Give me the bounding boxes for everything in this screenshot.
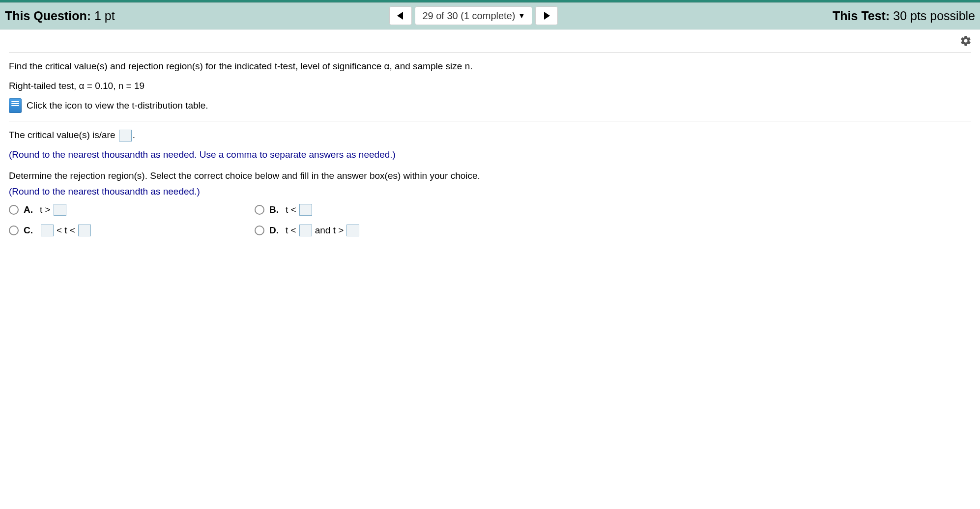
choice-d: D. t < and t > (255, 225, 500, 236)
t-table-link-row: Click the icon to view the t-distributio… (9, 98, 971, 113)
choice-a-text: t > (40, 204, 51, 215)
question-content: Find the critical value(s) and rejection… (0, 52, 980, 244)
choice-b-radio[interactable] (255, 205, 264, 215)
settings-row (0, 29, 980, 52)
problem-statement: Find the critical value(s) and rejection… (9, 52, 971, 121)
choice-c-body: < t < (40, 225, 92, 236)
answer-area: The critical value(s) is/are . (Round to… (9, 121, 971, 244)
critical-value-line: The critical value(s) is/are . (9, 128, 971, 142)
rounding-hint-1: (Round to the nearest thousandth as need… (9, 148, 971, 162)
choice-c-label: C. (24, 225, 33, 236)
chevron-down-icon: ▼ (518, 12, 525, 20)
choice-a-label: A. (24, 204, 33, 215)
next-question-button[interactable] (535, 6, 558, 25)
rounding-hint-2: (Round to the nearest thousandth as need… (9, 185, 971, 198)
choice-b-text: t < (286, 204, 296, 215)
choice-c-input-1[interactable] (41, 225, 54, 236)
choice-c-radio[interactable] (9, 226, 19, 235)
choice-d-radio[interactable] (255, 226, 264, 235)
question-header-bar: This Question: 1 pt 29 of 30 (1 complete… (0, 2, 980, 29)
test-points: This Test: 30 pts possible (833, 9, 975, 23)
problem-line-2: Right-tailed test, α = 0.10, n = 19 (9, 79, 971, 93)
choice-c: C. < t < (9, 225, 255, 236)
critical-value-suffix: . (133, 130, 135, 140)
choice-d-text-2: and t > (315, 225, 344, 236)
gear-icon (960, 35, 972, 47)
prev-question-button[interactable] (389, 6, 412, 25)
choice-a: A. t > (9, 204, 255, 216)
critical-value-prefix: The critical value(s) is/are (9, 130, 118, 140)
choice-b: B. t < (255, 204, 500, 216)
choice-d-body: t < and t > (286, 225, 360, 236)
document-icon[interactable] (9, 98, 22, 113)
question-points-label: This Question: (5, 9, 91, 23)
question-progress-dropdown[interactable]: 29 of 30 (1 complete) ▼ (415, 6, 532, 25)
choice-grid: A. t > B. t < C. < t < (9, 204, 500, 236)
choice-d-input-1[interactable] (299, 225, 312, 236)
choice-a-radio[interactable] (9, 205, 19, 215)
choice-d-text-1: t < (286, 225, 296, 236)
choice-d-label: D. (269, 225, 279, 236)
problem-line-1: Find the critical value(s) and rejection… (9, 59, 971, 73)
question-progress-text: 29 of 30 (1 complete) (422, 10, 515, 22)
choice-c-text: < t < (57, 225, 75, 236)
question-nav: 29 of 30 (1 complete) ▼ (115, 6, 833, 25)
question-points: This Question: 1 pt (5, 9, 115, 23)
question-points-value: 1 pt (91, 9, 115, 23)
t-table-link-text[interactable]: Click the icon to view the t-distributio… (27, 100, 208, 111)
settings-button[interactable] (958, 33, 973, 48)
choice-b-body: t < (286, 204, 313, 216)
choice-b-input[interactable] (299, 204, 312, 216)
rejection-region-prompt: Determine the rejection region(s). Selec… (9, 169, 971, 183)
choice-b-label: B. (269, 204, 279, 215)
svg-marker-0 (397, 12, 403, 20)
critical-value-input[interactable] (119, 130, 132, 141)
choice-c-input-2[interactable] (78, 225, 91, 236)
test-points-label: This Test: (833, 9, 890, 23)
choice-a-input[interactable] (54, 204, 66, 216)
test-points-value: 30 pts possible (890, 9, 975, 23)
triangle-right-icon (543, 12, 550, 20)
svg-marker-1 (544, 12, 550, 20)
choice-d-input-2[interactable] (346, 225, 359, 236)
choice-a-body: t > (40, 204, 67, 216)
triangle-left-icon (397, 12, 404, 20)
